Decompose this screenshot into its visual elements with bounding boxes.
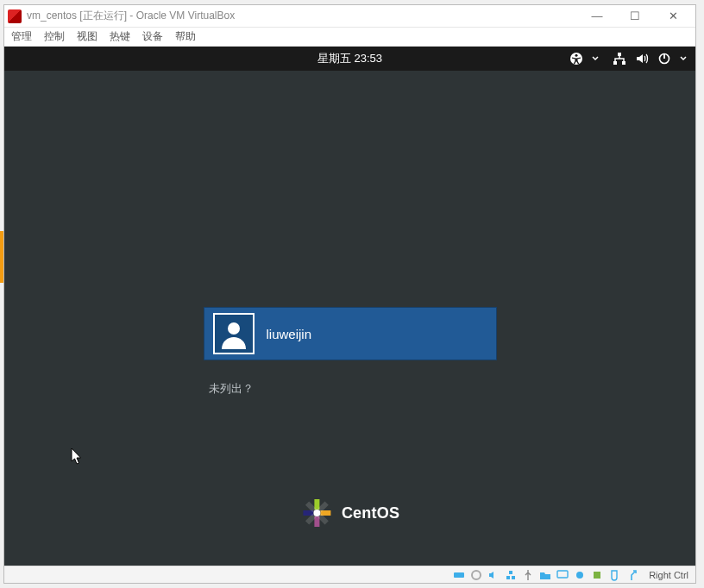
svg-point-18	[472, 571, 481, 579]
svg-point-1	[575, 54, 578, 57]
os-branding: CentOS	[300, 497, 399, 529]
menu-manage[interactable]: 管理	[11, 29, 32, 44]
menu-control[interactable]: 控制	[44, 29, 65, 44]
avatar	[213, 313, 255, 354]
host-key-label[interactable]: Right Ctrl	[647, 570, 690, 580]
accessibility-icon	[569, 52, 583, 66]
gnome-topbar: 星期五 23:53	[4, 47, 695, 71]
svg-rect-2	[618, 53, 621, 56]
statusbar-mouse-integration-icon[interactable]	[607, 568, 621, 582]
volume-icon	[635, 52, 649, 66]
statusbar-keyboard-icon[interactable]	[625, 568, 638, 582]
chevron-down-icon	[680, 55, 687, 62]
window-titlebar: vm_centos [正在运行] - Oracle VM VirtualBox …	[4, 5, 695, 28]
window-controls: — ☐ ✕	[578, 5, 692, 28]
user-entry[interactable]: liuweijin	[204, 307, 497, 360]
statusbar-audio-icon[interactable]	[487, 568, 500, 582]
menu-help[interactable]: 帮助	[175, 29, 196, 44]
svg-point-16	[313, 510, 320, 516]
system-menu[interactable]	[613, 52, 687, 66]
brand-name: CentOS	[342, 504, 399, 522]
statusbar-recording-icon[interactable]	[573, 568, 587, 582]
svg-point-7	[228, 322, 240, 335]
power-icon	[657, 52, 671, 66]
vbox-statusbar: Right Ctrl	[4, 566, 695, 583]
virtualbox-icon	[8, 9, 22, 23]
virtualbox-window: vm_centos [正在运行] - Oracle VM VirtualBox …	[3, 4, 696, 584]
svg-rect-21	[509, 571, 512, 574]
statusbar-optical-icon[interactable]	[469, 568, 483, 582]
centos-logo-icon	[300, 497, 333, 529]
menu-hotkeys[interactable]: 热键	[110, 29, 130, 44]
menubar: 管理 控制 视图 热键 设备 帮助	[4, 28, 695, 47]
chevron-down-icon	[592, 55, 599, 62]
statusbar-hdd-icon[interactable]	[452, 568, 466, 582]
mouse-cursor	[71, 447, 83, 466]
statusbar-network-icon[interactable]	[504, 568, 518, 582]
accessibility-menu[interactable]	[569, 52, 599, 66]
menu-view[interactable]: 视图	[77, 29, 97, 44]
login-panel: liuweijin 未列出？	[204, 307, 497, 397]
clock[interactable]: 星期五 23:53	[317, 51, 382, 66]
user-name: liuweijin	[267, 327, 312, 341]
svg-rect-3	[613, 61, 617, 65]
svg-rect-4	[622, 61, 625, 65]
svg-rect-20	[512, 576, 515, 579]
svg-rect-17	[454, 572, 464, 578]
close-button[interactable]: ✕	[654, 5, 692, 28]
menu-devices[interactable]: 设备	[142, 29, 163, 44]
statusbar-usb-icon[interactable]	[521, 568, 535, 582]
svg-rect-19	[506, 576, 510, 579]
vm-display[interactable]: 星期五 23:53	[4, 47, 695, 566]
user-icon	[218, 318, 249, 349]
network-icon	[613, 52, 626, 66]
svg-rect-24	[594, 572, 600, 579]
svg-rect-22	[557, 571, 568, 578]
statusbar-shared-folders-icon[interactable]	[538, 568, 552, 582]
minimize-button[interactable]: —	[578, 5, 616, 28]
maximize-button[interactable]: ☐	[616, 5, 654, 28]
not-listed-link[interactable]: 未列出？	[204, 381, 497, 397]
statusbar-cpu-icon[interactable]	[590, 568, 604, 582]
svg-point-23	[576, 572, 583, 579]
window-title: vm_centos [正在运行] - Oracle VM VirtualBox	[27, 9, 578, 23]
statusbar-display-icon[interactable]	[556, 568, 569, 582]
